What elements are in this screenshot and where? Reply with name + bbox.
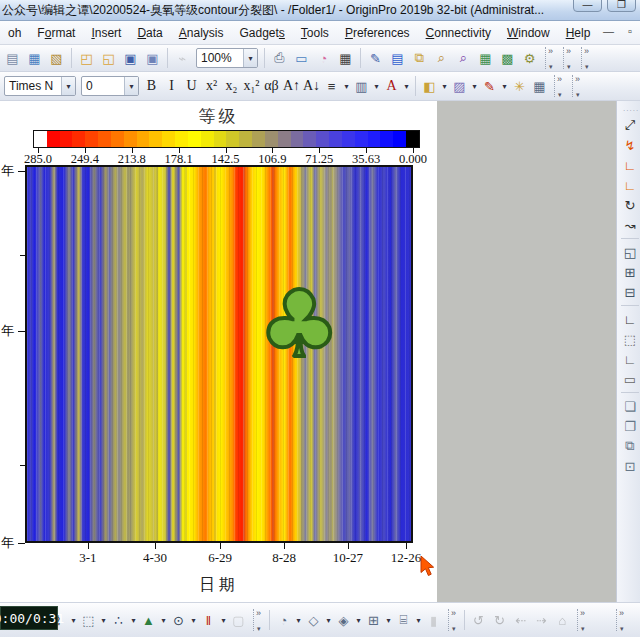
toolbar-overflow-grip[interactable] bbox=[545, 47, 558, 69]
merge-layers-icon[interactable]: ⊟ bbox=[620, 282, 640, 302]
minimize-button[interactable]: — bbox=[573, 0, 602, 12]
dropdown-caret-icon[interactable] bbox=[470, 76, 479, 97]
dropdown-caret-icon[interactable] bbox=[402, 76, 411, 97]
multi-panel-icon[interactable]: ▢ bbox=[228, 610, 249, 631]
menu-gadgets[interactable]: Gadgets bbox=[231, 23, 292, 43]
decrease-font-button[interactable]: A↓ bbox=[302, 76, 321, 97]
dropdown-caret-icon[interactable] bbox=[129, 610, 138, 631]
find-graph-icon[interactable]: ⌕ bbox=[453, 48, 474, 69]
scatter-plot-icon[interactable]: ∴ bbox=[108, 610, 129, 631]
increase-font-button[interactable]: A↑ bbox=[282, 76, 301, 97]
dropdown-caret-icon[interactable] bbox=[189, 610, 198, 631]
edit-worksheet-icon[interactable]: ▩ bbox=[497, 48, 518, 69]
title-bar[interactable]: 公众号\编辑之谭\20200524-臭氧等级contour分裂图\ - /Fol… bbox=[0, 0, 640, 21]
dropdown-caret-icon[interactable] bbox=[354, 610, 363, 631]
colorbar-scale[interactable] bbox=[33, 130, 420, 148]
graph-page[interactable]: 等级 285.0249.4213.8178.1142.5106.971.2535… bbox=[0, 101, 437, 602]
toolbar-overflow-grip[interactable] bbox=[616, 609, 629, 631]
box-frame-icon[interactable]: ▭ bbox=[620, 369, 640, 389]
menu-analysis[interactable]: Analysis bbox=[171, 23, 232, 43]
alignment-button[interactable]: ≡ bbox=[322, 76, 341, 97]
grid-button[interactable]: ▦ bbox=[530, 76, 549, 97]
underline-button[interactable]: U bbox=[182, 76, 201, 97]
contour-table-icon[interactable]: ⊞ bbox=[363, 610, 384, 631]
image-plot-icon[interactable]: ▮ bbox=[423, 610, 444, 631]
dropdown-caret-icon[interactable] bbox=[99, 610, 108, 631]
pie-3d-icon[interactable]: ◔ bbox=[273, 610, 294, 631]
rotate-cw-icon[interactable]: ↻ bbox=[489, 610, 510, 631]
fill-color-button[interactable]: ◧ bbox=[420, 76, 439, 97]
child-restore-button[interactable]: ▫ bbox=[628, 25, 632, 37]
menu-data[interactable]: Data bbox=[129, 23, 170, 43]
menu-graph-partial[interactable]: oh bbox=[0, 23, 29, 43]
toolbar-overflow-grip[interactable] bbox=[572, 75, 585, 97]
menu-insert[interactable]: Insert bbox=[83, 23, 129, 43]
dropdown-caret-icon[interactable] bbox=[219, 610, 228, 631]
template-library-icon[interactable]: ⬚ bbox=[78, 610, 99, 631]
new-top-axes-icon[interactable]: ∟ bbox=[620, 175, 640, 195]
surface-3d-icon[interactable]: ◇ bbox=[303, 610, 324, 631]
tilt-right-icon[interactable]: ⇢ bbox=[531, 610, 552, 631]
font-color-button[interactable]: A bbox=[382, 76, 401, 97]
dropdown-caret-icon[interactable] bbox=[342, 76, 351, 97]
dashed-frame-icon[interactable]: ⬚ bbox=[620, 329, 640, 349]
italic-button[interactable]: I bbox=[162, 76, 181, 97]
menu-tools[interactable]: Tools bbox=[293, 23, 337, 43]
left-axis-icon[interactable]: ∟ bbox=[620, 349, 640, 369]
refresh-icon[interactable]: ↻ bbox=[620, 195, 640, 215]
bottom-left-axes-icon[interactable]: ∟ bbox=[620, 309, 640, 329]
film-strip-icon[interactable]: ▦ bbox=[335, 48, 356, 69]
open-icon[interactable]: ◰ bbox=[76, 48, 97, 69]
save-icon[interactable]: ▣ bbox=[120, 48, 141, 69]
layout-page-icon[interactable]: ▤ bbox=[387, 48, 408, 69]
arrange-layer-4-icon[interactable]: ⊡ bbox=[620, 456, 640, 476]
dropdown-caret-icon[interactable] bbox=[440, 76, 449, 97]
glow-button[interactable]: ✳ bbox=[510, 76, 529, 97]
greek-button[interactable]: αβ bbox=[262, 76, 281, 97]
arrange-layer-2-icon[interactable]: ❐ bbox=[620, 416, 640, 436]
dropdown-caret-icon[interactable] bbox=[159, 610, 168, 631]
new-right-axes-icon[interactable]: ∟ bbox=[620, 155, 640, 175]
find-window-icon[interactable]: ⌕ bbox=[431, 48, 452, 69]
toolbar-overflow-grip[interactable] bbox=[563, 47, 576, 69]
subsuperscript-button[interactable]: x₁² bbox=[242, 76, 261, 97]
column-format-button[interactable]: ▥ bbox=[352, 76, 371, 97]
menu-help[interactable]: Help bbox=[558, 23, 599, 43]
contour-heatmap-plot[interactable] bbox=[25, 165, 413, 543]
font-combobox[interactable]: Times N bbox=[4, 76, 76, 96]
toolbar-overflow-grip[interactable] bbox=[577, 609, 590, 631]
code-builder-icon[interactable]: ✎ bbox=[365, 48, 386, 69]
tilt-left-icon[interactable]: ⇠ bbox=[510, 610, 531, 631]
options-gears-icon[interactable]: ⚙ bbox=[519, 48, 540, 69]
arrange-layer-3-icon[interactable]: ⧉ bbox=[620, 436, 640, 456]
subscript-button[interactable]: x₂ bbox=[222, 76, 241, 97]
new-xy-axes-icon[interactable]: ↯ bbox=[620, 135, 640, 155]
child-minimize-button[interactable]: — bbox=[603, 25, 614, 37]
clover-overlay-image[interactable]: ♣ bbox=[258, 279, 340, 371]
bold-button[interactable]: B bbox=[142, 76, 161, 97]
open-template-icon[interactable]: ◱ bbox=[98, 48, 119, 69]
dropdown-caret-icon[interactable] bbox=[69, 610, 78, 631]
new-note-icon[interactable]: ▧ bbox=[46, 48, 67, 69]
superscript-button[interactable]: x² bbox=[202, 76, 221, 97]
dropdown-caret-icon[interactable] bbox=[500, 76, 509, 97]
pattern-button[interactable]: ▨ bbox=[450, 76, 469, 97]
video-record-icon[interactable]: ◔ bbox=[313, 48, 334, 69]
dropdown-caret-icon[interactable] bbox=[414, 610, 423, 631]
menu-preferences[interactable]: Preferences bbox=[337, 23, 418, 43]
stock-plot-icon[interactable]: ‖ bbox=[198, 610, 219, 631]
dropdown-caret-icon[interactable] bbox=[372, 76, 381, 97]
project-explorer-icon[interactable]: ⧉ bbox=[409, 48, 430, 69]
new-workbook-icon[interactable]: ▤ bbox=[2, 48, 23, 69]
line-color-button[interactable]: ✎ bbox=[480, 76, 499, 97]
dropdown-caret-icon[interactable] bbox=[294, 610, 303, 631]
wireframe-3d-icon[interactable]: ◈ bbox=[333, 610, 354, 631]
zoom-dropdown-icon[interactable] bbox=[243, 49, 257, 67]
menu-window[interactable]: Window bbox=[499, 23, 558, 43]
bars-3d-icon[interactable]: ⌸ bbox=[393, 610, 414, 631]
extract-panel-icon[interactable]: ◱ bbox=[620, 242, 640, 262]
dropdown-caret-icon[interactable] bbox=[324, 610, 333, 631]
reset-rotation-icon[interactable]: ⌂ bbox=[552, 610, 573, 631]
restore-button[interactable]: ❐ bbox=[607, 0, 636, 12]
slideshow-icon[interactable]: ▭ bbox=[291, 48, 312, 69]
